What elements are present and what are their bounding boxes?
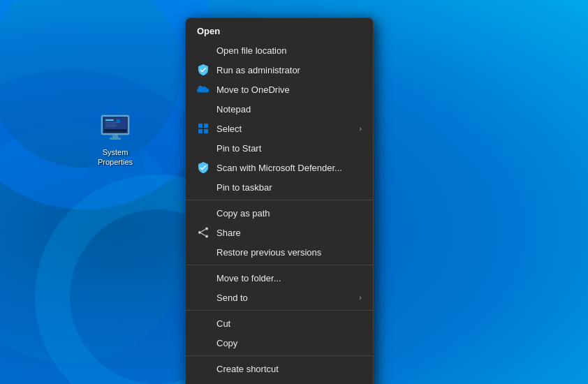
svg-rect-10 (105, 126, 115, 127)
menu-item-text-notepad: Notepad (216, 104, 362, 115)
menu-item-open[interactable]: Open (186, 21, 373, 40)
windows-icon (197, 122, 210, 135)
menu-item-pin-to-taskbar[interactable]: Pin to taskbar (186, 177, 373, 197)
defender-icon (197, 161, 210, 174)
menu-item-run-as-administrator[interactable]: Run as administrator (186, 60, 373, 80)
menu-separator (186, 310, 373, 311)
svg-rect-3 (104, 129, 126, 132)
svg-line-20 (201, 233, 205, 236)
svg-point-17 (205, 235, 208, 238)
onedrive-icon (197, 83, 210, 96)
menu-item-pin-to-start[interactable]: Pin to Start (186, 138, 373, 158)
menu-item-text-select: Select (216, 124, 352, 134)
menu-item-text-move-to-folder: Move to folder... (216, 273, 362, 283)
menu-item-text-share: Share (216, 228, 362, 238)
menu-item-delete[interactable]: Delete (186, 378, 373, 384)
svg-rect-13 (119, 119, 120, 121)
menu-item-text-cut: Cut (216, 318, 362, 329)
shield-icon (197, 64, 210, 76)
svg-rect-8 (105, 124, 117, 124)
menu-item-text-restore-prev: Restore previous versions (216, 247, 362, 258)
menu-item-text-move-to-onedrive: Move to OneDrive (216, 84, 362, 95)
menu-item-scan-defender[interactable]: Scan with Microsoft Defender... (186, 158, 373, 177)
menu-item-text-scan-defender: Scan with Microsoft Defender... (216, 163, 362, 173)
menu-item-share[interactable]: Share (186, 223, 373, 242)
menu-item-select[interactable]: Select› (186, 119, 373, 138)
system-properties-icon (98, 111, 132, 145)
menu-separator (186, 355, 373, 356)
svg-rect-9 (105, 125, 118, 126)
menu-item-text-pin-to-start: Pin to Start (216, 143, 362, 154)
menu-item-text-create-shortcut: Create shortcut (216, 364, 362, 374)
menu-item-move-to-onedrive[interactable]: Move to OneDrive (186, 80, 373, 99)
svg-line-19 (201, 230, 205, 232)
menu-item-text-copy: Copy (216, 338, 362, 348)
menu-item-text-open: Open (197, 26, 362, 36)
menu-item-text-open-file-location: Open file location (216, 45, 362, 56)
svg-rect-12 (117, 119, 118, 121)
desktop-icon-label: System Properties (90, 147, 140, 168)
menu-item-create-shortcut[interactable]: Create shortcut (186, 359, 373, 378)
menu-item-cut[interactable]: Cut (186, 313, 373, 333)
svg-rect-15 (119, 121, 120, 123)
svg-rect-5 (110, 138, 121, 140)
menu-item-text-run-as-administrator: Run as administrator (216, 65, 362, 75)
svg-point-18 (198, 231, 201, 234)
menu-item-move-to-folder[interactable]: Move to folder... (186, 268, 373, 288)
menu-item-text-copy-as-path: Copy as path (216, 208, 362, 219)
menu-item-restore-prev[interactable]: Restore previous versions (186, 242, 373, 262)
menu-item-copy-as-path[interactable]: Copy as path (186, 203, 373, 223)
menu-item-open-file-location[interactable]: Open file location (186, 40, 373, 60)
menu-item-send-to[interactable]: Send to› (186, 288, 373, 307)
menu-item-text-pin-to-taskbar: Pin to taskbar (216, 182, 362, 193)
submenu-arrow-select: › (359, 124, 362, 133)
context-menu: OpenOpen file location Run as administra… (185, 17, 374, 384)
menu-separator (186, 265, 373, 265)
share-icon (197, 226, 210, 239)
menu-item-copy[interactable]: Copy (186, 333, 373, 353)
menu-item-notepad[interactable]: Notepad (186, 99, 373, 119)
svg-rect-6 (105, 119, 114, 121)
svg-rect-14 (117, 121, 118, 123)
menu-item-text-send-to: Send to (216, 293, 352, 303)
submenu-arrow-send-to: › (359, 293, 362, 302)
desktop-icon-system-properties[interactable]: System Properties (87, 108, 143, 170)
menu-separator (186, 200, 373, 200)
svg-point-16 (205, 228, 208, 230)
